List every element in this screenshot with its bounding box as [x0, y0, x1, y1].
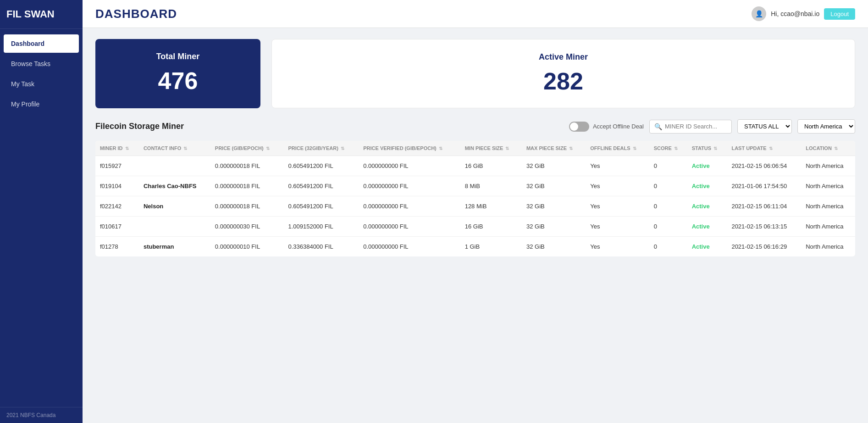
active-miner-value: 282	[290, 67, 836, 95]
sort-icon-offline: ⇅	[633, 146, 636, 151]
offline-deal-toggle[interactable]	[569, 122, 589, 132]
main-content: DASHBOARD 👤 Hi, ccao@nbai.io Logout Tota…	[83, 0, 868, 423]
cell-contact-info: Charles Cao-NBFS	[139, 176, 210, 196]
cell-min-piece: 128 MiB	[460, 196, 522, 217]
cell-max-piece: 32 GiB	[522, 237, 586, 257]
cell-price-verified: 0.000000000 FIL	[359, 237, 460, 257]
active-miner-label: Active Miner	[290, 52, 836, 62]
sort-icon-price-32gib: ⇅	[341, 146, 344, 151]
sidebar-item-my-task[interactable]: My Task	[4, 75, 79, 93]
col-price-verified[interactable]: PRICE VERIFIED (GIB/epoch) ⇅	[359, 141, 460, 156]
cell-price-gib: 0.000000018 FIL	[210, 156, 284, 176]
table-head: MINER ID ⇅ CONTACT INFO ⇅ PRICE (GIB/epo…	[95, 141, 855, 156]
sidebar-item-my-profile[interactable]: My Profile	[4, 95, 79, 113]
cell-price-verified: 0.000000000 FIL	[359, 196, 460, 217]
col-status[interactable]: STATUS ⇅	[687, 141, 727, 156]
cell-location: North America	[801, 196, 855, 217]
cell-min-piece: 8 MiB	[460, 176, 522, 196]
sidebar-footer: 2021 NBFS Canada	[0, 407, 83, 423]
table-row[interactable]: f01278 stuberman 0.000000010 FIL 0.33638…	[95, 237, 855, 257]
col-location[interactable]: LOCATION ⇅	[801, 141, 855, 156]
sidebar-nav: Dashboard Browse Tasks My Task My Profil…	[0, 33, 83, 115]
cell-score: 0	[649, 156, 687, 176]
col-min-piece[interactable]: MIN PIECE SIZE ⇅	[460, 141, 522, 156]
cell-price-gib: 0.000000030 FIL	[210, 217, 284, 237]
active-miner-card: Active Miner 282	[271, 39, 855, 108]
header-right: 👤 Hi, ccao@nbai.io Logout	[752, 6, 855, 21]
cell-miner-id: f019104	[95, 176, 139, 196]
cell-last-update: 2021-01-06 17:54:50	[727, 176, 801, 196]
total-miner-label: Total Miner	[114, 52, 242, 61]
sort-icon-score: ⇅	[674, 146, 678, 151]
cell-contact-info	[139, 217, 210, 237]
miners-table: MINER ID ⇅ CONTACT INFO ⇅ PRICE (GIB/epo…	[95, 141, 855, 256]
table-row[interactable]: f015927 0.000000018 FIL 0.605491200 FIL …	[95, 156, 855, 176]
col-price-gib[interactable]: PRICE (GIB/epoch) ⇅	[210, 141, 284, 156]
col-max-piece[interactable]: MAX PIECE SIZE ⇅	[522, 141, 586, 156]
cell-min-piece: 16 GiB	[460, 156, 522, 176]
cell-location: North America	[801, 176, 855, 196]
cell-max-piece: 32 GiB	[522, 176, 586, 196]
col-last-update[interactable]: LAST UPDATE ⇅	[727, 141, 801, 156]
col-contact-info[interactable]: CONTACT INFO ⇅	[139, 141, 210, 156]
sort-icon-min-piece: ⇅	[505, 146, 509, 151]
cell-status: Active	[687, 176, 727, 196]
user-greeting: Hi, ccao@nbai.io	[771, 10, 819, 17]
cell-price-32gib: 0.336384000 FIL	[283, 237, 359, 257]
cell-max-piece: 32 GiB	[522, 156, 586, 176]
cell-max-piece: 32 GiB	[522, 217, 586, 237]
stats-section: Total Miner 476 Active Miner 282	[83, 28, 868, 119]
cell-score: 0	[649, 196, 687, 217]
cell-max-piece: 32 GiB	[522, 196, 586, 217]
table-row[interactable]: f019104 Charles Cao-NBFS 0.000000018 FIL…	[95, 176, 855, 196]
search-box[interactable]: 🔍	[649, 120, 732, 134]
status-select[interactable]: STATUS ALL Active Inactive	[737, 119, 792, 134]
logout-button[interactable]: Logout	[824, 8, 855, 20]
cell-offline-deals: Yes	[586, 176, 649, 196]
cell-last-update: 2021-02-15 06:13:15	[727, 217, 801, 237]
cell-miner-id: f01278	[95, 237, 139, 257]
total-miner-value: 476	[114, 67, 242, 95]
sort-icon-price-gib: ⇅	[266, 146, 270, 151]
cell-min-piece: 16 GiB	[460, 217, 522, 237]
sort-icon-contact: ⇅	[183, 146, 187, 151]
search-icon: 🔍	[654, 123, 662, 130]
cell-contact-info	[139, 156, 210, 176]
col-offline-deals[interactable]: OFFLINE DEALS ⇅	[586, 141, 649, 156]
cell-miner-id: f010617	[95, 217, 139, 237]
table-row[interactable]: f010617 0.000000030 FIL 1.009152000 FIL …	[95, 217, 855, 237]
column-header-row: MINER ID ⇅ CONTACT INFO ⇅ PRICE (GIB/epo…	[95, 141, 855, 156]
cell-score: 0	[649, 176, 687, 196]
sidebar-item-browse-tasks[interactable]: Browse Tasks	[4, 55, 79, 73]
cell-miner-id: f022142	[95, 196, 139, 217]
toggle-knob	[570, 122, 578, 131]
sidebar: FIL SWAN Dashboard Browse Tasks My Task …	[0, 0, 83, 423]
region-select[interactable]: North America Europe Asia	[797, 119, 855, 134]
table-title: Filecoin Storage Miner	[95, 122, 184, 131]
col-miner-id[interactable]: MINER ID ⇅	[95, 141, 139, 156]
cell-price-gib: 0.000000018 FIL	[210, 176, 284, 196]
col-score[interactable]: SCORE ⇅	[649, 141, 687, 156]
cell-status: Active	[687, 237, 727, 257]
cell-contact-info: Nelson	[139, 196, 210, 217]
cell-score: 0	[649, 217, 687, 237]
table-section: Filecoin Storage Miner Accept Offline De…	[83, 119, 868, 423]
header: DASHBOARD 👤 Hi, ccao@nbai.io Logout	[83, 0, 868, 28]
search-input[interactable]	[665, 123, 727, 130]
cell-min-piece: 1 GiB	[460, 237, 522, 257]
cell-location: North America	[801, 237, 855, 257]
cell-last-update: 2021-02-15 06:11:04	[727, 196, 801, 217]
cell-price-gib: 0.000000010 FIL	[210, 237, 284, 257]
sort-icon-max-piece: ⇅	[569, 146, 573, 151]
cell-price-32gib: 0.605491200 FIL	[283, 176, 359, 196]
col-price-32gib[interactable]: PRICE (32Gib/year) ⇅	[283, 141, 359, 156]
table-row[interactable]: f022142 Nelson 0.000000018 FIL 0.6054912…	[95, 196, 855, 217]
app-title: FIL SWAN	[0, 0, 83, 29]
cell-status: Active	[687, 217, 727, 237]
sidebar-item-dashboard[interactable]: Dashboard	[4, 34, 79, 53]
avatar: 👤	[752, 6, 766, 21]
toggle-label: Accept Offline Deal	[593, 123, 644, 130]
cell-location: North America	[801, 156, 855, 176]
table-header-row: Filecoin Storage Miner Accept Offline De…	[95, 119, 855, 134]
cell-miner-id: f015927	[95, 156, 139, 176]
